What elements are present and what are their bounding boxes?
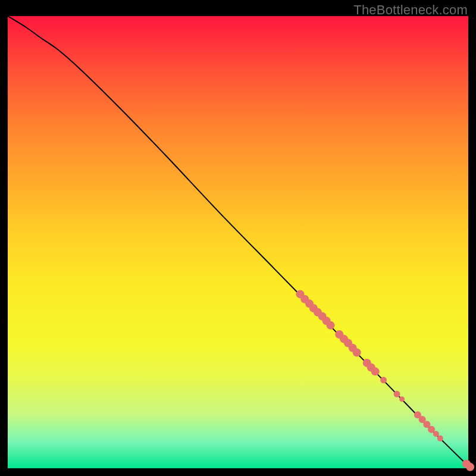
data-dot [433, 431, 439, 437]
data-dot [380, 377, 387, 383]
plot-area [8, 16, 468, 468]
chart-stage: TheBottleneck.com [0, 0, 476, 476]
data-dot [327, 321, 335, 330]
data-dot [437, 436, 443, 441]
data-dot [353, 348, 361, 356]
plot-svg [8, 16, 468, 468]
curve-line [8, 16, 468, 466]
data-dot [394, 391, 400, 397]
data-dot [371, 367, 380, 375]
data-dot [466, 463, 474, 471]
data-dot [399, 396, 405, 402]
dot-group [296, 290, 474, 471]
